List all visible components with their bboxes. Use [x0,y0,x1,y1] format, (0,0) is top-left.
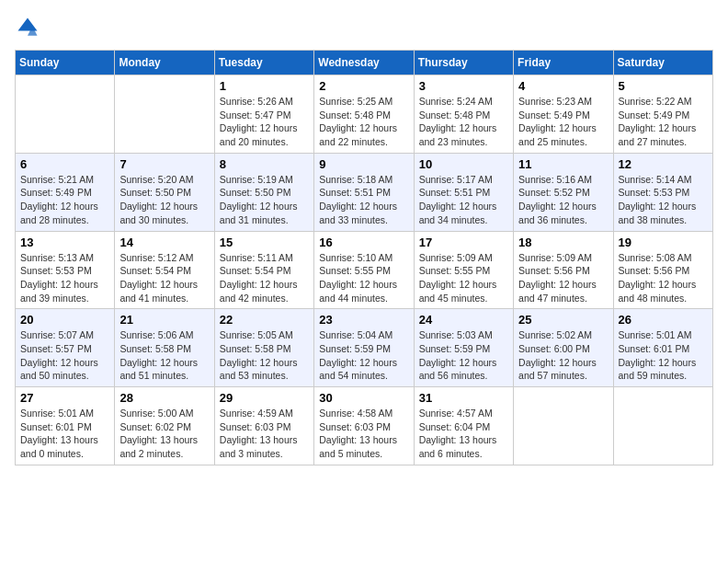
calendar-cell [115,75,214,154]
day-number: 5 [619,79,708,93]
day-number: 1 [220,79,309,93]
calendar-cell: 15Sunrise: 5:11 AM Sunset: 5:54 PM Dayli… [214,231,313,309]
calendar-cell: 19Sunrise: 5:08 AM Sunset: 5:56 PM Dayli… [613,231,712,309]
column-header-saturday: Saturday [613,51,712,75]
day-number: 17 [419,236,508,249]
day-info: Sunrise: 5:21 AM Sunset: 5:49 PM Dayligh… [20,173,109,227]
column-header-friday: Friday [514,51,613,75]
day-number: 22 [220,313,309,327]
calendar-cell: 12Sunrise: 5:14 AM Sunset: 5:53 PM Dayli… [613,153,712,231]
calendar-cell: 21Sunrise: 5:06 AM Sunset: 5:58 PM Dayli… [115,309,214,387]
day-info: Sunrise: 5:01 AM Sunset: 6:01 PM Dayligh… [619,328,708,383]
day-info: Sunrise: 5:06 AM Sunset: 5:58 PM Dayligh… [119,328,209,383]
calendar-cell: 16Sunrise: 5:10 AM Sunset: 5:55 PM Dayli… [314,231,414,309]
day-number: 2 [319,79,408,93]
day-info: Sunrise: 5:10 AM Sunset: 5:55 PM Dayligh… [319,251,408,305]
calendar-cell: 8Sunrise: 5:19 AM Sunset: 5:50 PM Daylig… [214,153,313,231]
calendar-header-row: SundayMondayTuesdayWednesdayThursdayFrid… [16,51,713,75]
day-number: 20 [20,313,109,327]
day-info: Sunrise: 5:08 AM Sunset: 5:56 PM Dayligh… [619,251,708,305]
calendar-cell: 6Sunrise: 5:21 AM Sunset: 5:49 PM Daylig… [16,153,115,231]
day-number: 29 [220,391,309,405]
calendar-week-3: 13Sunrise: 5:13 AM Sunset: 5:53 PM Dayli… [16,231,713,309]
day-number: 27 [20,391,109,405]
day-number: 3 [419,79,508,93]
day-number: 12 [619,157,708,171]
calendar-cell: 1Sunrise: 5:26 AM Sunset: 5:47 PM Daylig… [214,75,313,154]
calendar-cell: 26Sunrise: 5:01 AM Sunset: 6:01 PM Dayli… [613,309,712,387]
calendar-cell: 5Sunrise: 5:22 AM Sunset: 5:49 PM Daylig… [613,75,712,154]
day-number: 30 [319,391,408,405]
day-info: Sunrise: 5:11 AM Sunset: 5:54 PM Dayligh… [220,251,309,305]
calendar-cell: 7Sunrise: 5:20 AM Sunset: 5:50 PM Daylig… [115,153,214,231]
calendar-cell: 30Sunrise: 4:58 AM Sunset: 6:03 PM Dayli… [314,387,414,465]
day-number: 25 [518,313,608,327]
column-header-wednesday: Wednesday [314,51,414,75]
day-info: Sunrise: 5:04 AM Sunset: 5:59 PM Dayligh… [319,328,408,383]
column-header-thursday: Thursday [414,51,513,75]
calendar-cell: 2Sunrise: 5:25 AM Sunset: 5:48 PM Daylig… [314,75,414,154]
day-info: Sunrise: 5:18 AM Sunset: 5:51 PM Dayligh… [319,173,408,227]
day-number: 14 [119,236,209,249]
day-number: 8 [220,157,309,171]
day-number: 24 [419,313,508,327]
calendar-cell: 17Sunrise: 5:09 AM Sunset: 5:55 PM Dayli… [414,231,513,309]
calendar-week-4: 20Sunrise: 5:07 AM Sunset: 5:57 PM Dayli… [16,309,713,387]
calendar-cell: 9Sunrise: 5:18 AM Sunset: 5:51 PM Daylig… [314,153,414,231]
day-number: 21 [119,313,209,327]
calendar-table: SundayMondayTuesdayWednesdayThursdayFrid… [15,50,713,465]
logo-icon [15,15,40,40]
day-number: 4 [518,79,608,93]
day-number: 31 [419,391,508,405]
day-info: Sunrise: 5:09 AM Sunset: 5:55 PM Dayligh… [419,251,508,305]
day-number: 19 [619,236,708,249]
calendar-cell: 13Sunrise: 5:13 AM Sunset: 5:53 PM Dayli… [16,231,115,309]
day-info: Sunrise: 5:02 AM Sunset: 6:00 PM Dayligh… [518,328,608,383]
day-number: 9 [319,157,408,171]
day-info: Sunrise: 5:09 AM Sunset: 5:56 PM Dayligh… [518,251,608,305]
day-number: 28 [119,391,209,405]
calendar-week-1: 1Sunrise: 5:26 AM Sunset: 5:47 PM Daylig… [16,75,713,154]
day-info: Sunrise: 5:17 AM Sunset: 5:51 PM Dayligh… [419,173,508,227]
calendar-cell: 20Sunrise: 5:07 AM Sunset: 5:57 PM Dayli… [16,309,115,387]
calendar-cell: 29Sunrise: 4:59 AM Sunset: 6:03 PM Dayli… [214,387,313,465]
calendar-cell: 28Sunrise: 5:00 AM Sunset: 6:02 PM Dayli… [115,387,214,465]
calendar-cell: 14Sunrise: 5:12 AM Sunset: 5:54 PM Dayli… [115,231,214,309]
day-info: Sunrise: 5:12 AM Sunset: 5:54 PM Dayligh… [119,251,209,305]
day-number: 18 [518,236,608,249]
day-info: Sunrise: 4:58 AM Sunset: 6:03 PM Dayligh… [319,407,408,461]
svg-marker-0 [18,18,38,31]
calendar-cell: 23Sunrise: 5:04 AM Sunset: 5:59 PM Dayli… [314,309,414,387]
day-info: Sunrise: 5:07 AM Sunset: 5:57 PM Dayligh… [20,328,109,383]
day-number: 11 [518,157,608,171]
calendar-cell: 11Sunrise: 5:16 AM Sunset: 5:52 PM Dayli… [514,153,613,231]
day-info: Sunrise: 4:59 AM Sunset: 6:03 PM Dayligh… [220,407,309,461]
day-info: Sunrise: 5:03 AM Sunset: 5:59 PM Dayligh… [419,328,508,383]
day-info: Sunrise: 4:57 AM Sunset: 6:04 PM Dayligh… [419,407,508,461]
column-header-tuesday: Tuesday [214,51,313,75]
calendar-cell [16,75,115,154]
logo [15,15,44,40]
day-info: Sunrise: 5:20 AM Sunset: 5:50 PM Dayligh… [119,173,209,227]
day-number: 23 [319,313,408,327]
day-number: 13 [20,236,109,249]
calendar-cell: 22Sunrise: 5:05 AM Sunset: 5:58 PM Dayli… [214,309,313,387]
calendar-week-2: 6Sunrise: 5:21 AM Sunset: 5:49 PM Daylig… [16,153,713,231]
day-info: Sunrise: 5:13 AM Sunset: 5:53 PM Dayligh… [20,251,109,305]
day-info: Sunrise: 5:05 AM Sunset: 5:58 PM Dayligh… [220,328,309,383]
day-info: Sunrise: 5:24 AM Sunset: 5:48 PM Dayligh… [419,95,508,149]
day-info: Sunrise: 5:22 AM Sunset: 5:49 PM Dayligh… [619,95,708,149]
calendar-cell: 25Sunrise: 5:02 AM Sunset: 6:00 PM Dayli… [514,309,613,387]
calendar-cell: 3Sunrise: 5:24 AM Sunset: 5:48 PM Daylig… [414,75,513,154]
day-number: 10 [419,157,508,171]
day-info: Sunrise: 5:26 AM Sunset: 5:47 PM Dayligh… [220,95,309,149]
calendar-cell: 24Sunrise: 5:03 AM Sunset: 5:59 PM Dayli… [414,309,513,387]
calendar-cell [613,387,712,465]
calendar-cell: 27Sunrise: 5:01 AM Sunset: 6:01 PM Dayli… [16,387,115,465]
column-header-sunday: Sunday [16,51,115,75]
day-info: Sunrise: 5:25 AM Sunset: 5:48 PM Dayligh… [319,95,408,149]
day-info: Sunrise: 5:14 AM Sunset: 5:53 PM Dayligh… [619,173,708,227]
page-header [15,15,713,40]
column-header-monday: Monday [115,51,214,75]
calendar-week-5: 27Sunrise: 5:01 AM Sunset: 6:01 PM Dayli… [16,387,713,465]
